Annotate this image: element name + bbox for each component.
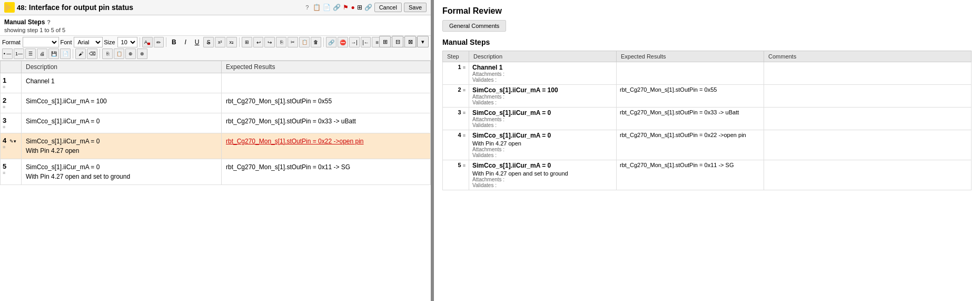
print-icon-btn[interactable]: ⊠ [404, 36, 416, 47]
r-comments-cell[interactable] [764, 130, 972, 160]
paste2-btn[interactable]: 📋 [114, 48, 124, 59]
col-expected: Expected Results [222, 61, 431, 73]
indent-btn[interactable]: →| [349, 37, 360, 47]
expected-text: rbt_Cg270_Mon_s[1].stOutPin = 0x33 -> uB… [226, 118, 356, 125]
format-select[interactable] [23, 37, 60, 47]
expected-results-cell[interactable]: rbt_Cg270_Mon_s[1].stOutPin = 0x11 -> SG [222, 159, 431, 185]
cut-btn[interactable]: ✂ [288, 37, 298, 47]
eraser-btn[interactable]: ⌫ [87, 48, 97, 59]
special2-btn[interactable]: ⊗ [137, 48, 147, 59]
step-num: 4 [3, 137, 6, 144]
description-cell[interactable]: Channel 1 [22, 73, 222, 93]
expected-results-cell[interactable]: rbt_Cg270_Mon_s[1].stOutPin = 0x55 [222, 93, 431, 113]
right-steps-table: Step Description Expected Results Commen… [442, 51, 972, 190]
save2-btn[interactable]: 📄 [60, 48, 71, 59]
link-icon[interactable]: 🔗 [364, 4, 372, 11]
paste-btn[interactable]: 📋 [299, 37, 310, 47]
r-expected-cell: rbt_Cg270_Mon_s[1].stOutPin = 0x11 -> SG [617, 160, 764, 190]
size-select[interactable]: 10 [117, 37, 137, 47]
description-cell[interactable]: SimCco_s[1].iiCur_mA = 0 [22, 113, 222, 133]
description-text: SimCco_s[1].iiCur_mA = 0 [26, 138, 217, 145]
general-comments-tab[interactable]: General Comments [442, 20, 506, 32]
expected-results-cell[interactable]: rbt_Cg270_Mon_s[1].stOutPin = 0x22 ->ope… [222, 133, 431, 159]
r-expected-cell: rbt_Cg270_Mon_s[1].stOutPin = 0x55 [617, 85, 764, 108]
delete-btn[interactable]: 🗑 [311, 37, 321, 47]
link-btn[interactable]: 🔗 [326, 37, 336, 47]
r-description-sub: With Pin 4.27 open [472, 140, 613, 147]
r-comments-cell[interactable] [764, 62, 972, 85]
copy2-btn[interactable]: ⎘ [102, 48, 113, 59]
r-col-expected: Expected Results [617, 51, 764, 62]
r-description-sub: With Pin 4.27 open and set to ground [472, 170, 613, 177]
paint-btn[interactable]: 🖌 [75, 48, 86, 59]
step-num: 1 [3, 76, 6, 84]
table-row: 2 ≡SimCco_s[1].iiCur_mA = 100 rbt_Cg270_… [1, 93, 431, 113]
r-attachments: Attachments : [472, 147, 613, 152]
r-description-main: SimCco_s[1].iiCur_mA = 0 [472, 132, 613, 139]
underline-btn[interactable]: U [192, 37, 202, 47]
expected-results-cell[interactable]: rbt_Cg270_Mon_s[1].stOutPin = 0x33 -> uB… [222, 113, 431, 133]
save-button[interactable]: Save [404, 3, 427, 12]
more-icon-btn[interactable]: ▾ [417, 36, 429, 47]
r-comments-cell[interactable] [764, 108, 972, 130]
right-table-row: 4 ≡SimCco_s[1].iiCur_mA = 0With Pin 4.27… [443, 130, 972, 160]
expected-text: rbt_Cg270_Mon_s[1].stOutPin = 0x11 -> SG [226, 163, 350, 171]
right-table-row: 1 ≡Channel 1Attachments :Validates : [443, 62, 972, 85]
outdent-btn[interactable]: |← [361, 37, 371, 47]
superscript-btn[interactable]: x² [215, 37, 225, 47]
save-tb-btn[interactable]: 💾 [48, 48, 59, 59]
r-step-cell: 1 ≡ [443, 62, 469, 85]
font-select[interactable]: Arial [74, 37, 103, 47]
manual-steps-help-icon[interactable]: ? [47, 19, 51, 25]
r-validates: Validates : [472, 100, 613, 105]
highlight-btn[interactable]: A▄ [142, 37, 153, 47]
description-cell[interactable]: SimCco_s[1].iiCur_mA = 100 [22, 93, 222, 113]
insert-btn[interactable]: ⊞ [242, 37, 252, 47]
description-text: SimCco_s[1].iiCur_mA = 0 [26, 118, 217, 125]
italic-btn[interactable]: I [180, 37, 191, 47]
step-edit-icon[interactable]: ✎▾ [9, 139, 16, 144]
strikethrough-btn[interactable]: S [203, 37, 214, 47]
right-panel: Formal Review General Comments Manual St… [434, 0, 980, 301]
help-icon[interactable]: ? [305, 4, 309, 11]
copy-icon[interactable]: 📋 [313, 4, 321, 11]
expected-results-cell[interactable] [222, 73, 431, 93]
r-desc-cell: SimCco_s[1].iiCur_mA = 100Attachments :V… [469, 85, 617, 108]
bullet-list-btn[interactable]: • — [2, 48, 13, 59]
toolbar-sep-4 [323, 37, 324, 47]
paste-icon[interactable]: 📄 [323, 4, 331, 11]
bold-btn[interactable]: B [169, 37, 179, 47]
r-validates: Validates : [472, 77, 613, 83]
attach-icon[interactable]: 🔗 [333, 4, 341, 11]
r-step-num: 1 [458, 64, 461, 70]
cancel-button[interactable]: Cancel [374, 3, 402, 12]
step-number-cell: 5 ≡ [1, 159, 22, 185]
step-number-cell: 4 ✎▾ ≡ [1, 133, 22, 159]
table-icon[interactable]: ⊞ [357, 4, 362, 11]
r-step-icon: ≡ [463, 133, 466, 138]
columns-icon-btn[interactable]: ⊟ [392, 36, 403, 47]
r-comments-cell[interactable] [764, 85, 972, 108]
subscript-btn[interactable]: x₂ [226, 37, 237, 47]
print-btn[interactable]: 🖨 [37, 48, 47, 59]
num-list-btn[interactable]: 1— [14, 48, 24, 59]
size-label: Size [104, 39, 115, 45]
description-cell[interactable]: SimCco_s[1].iiCur_mA = 0 With Pin 4.27 o… [22, 159, 222, 185]
undo-btn[interactable]: ↩ [253, 37, 264, 47]
marker-btn[interactable]: ✏ [154, 37, 164, 47]
unlink-btn[interactable]: ⛔ [338, 37, 348, 47]
r-expected-text: rbt_Cg270_Mon_s[1].stOutPin = 0x55 [620, 86, 717, 93]
r-comments-cell[interactable] [764, 160, 972, 190]
flag-icon[interactable]: ⚑ [343, 4, 349, 11]
special-btn[interactable]: ⊕ [125, 48, 136, 59]
description-cell[interactable]: SimCco_s[1].iiCur_mA = 0 With Pin 4.27 o… [22, 133, 222, 159]
step-num: 5 [3, 162, 6, 170]
r-validates: Validates : [472, 122, 613, 128]
list-btn2[interactable]: ☰ [25, 48, 36, 59]
copy-btn[interactable]: ⎘ [276, 37, 286, 47]
record-icon[interactable]: ● [351, 4, 354, 11]
manual-steps-heading: Manual Steps ? [0, 15, 431, 27]
step-drag-icon: ≡ [3, 144, 19, 150]
redo-btn[interactable]: ↪ [264, 37, 275, 47]
grid-icon-btn[interactable]: ⊞ [379, 36, 391, 47]
